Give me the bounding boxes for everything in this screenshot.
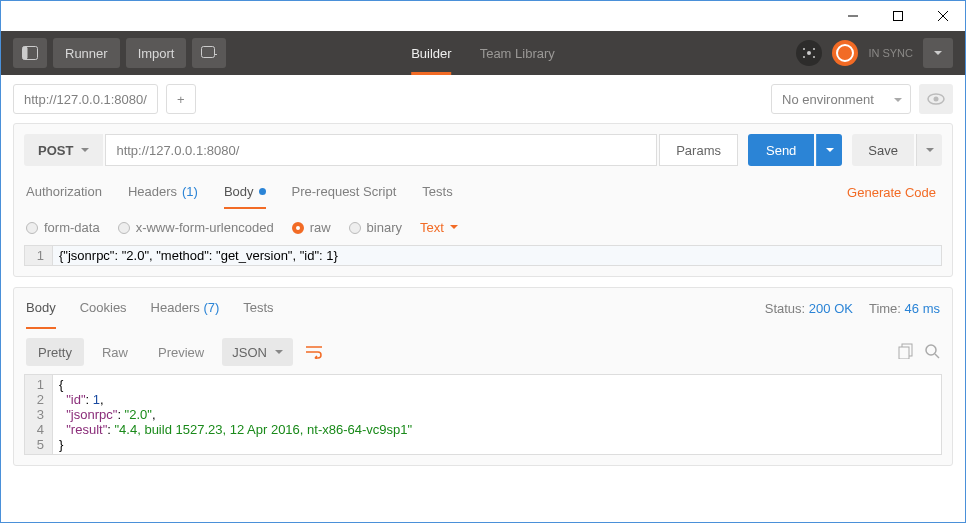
request-body-editor[interactable]: 1 {"jsonrpc": "2.0", "method": "get_vers…: [24, 245, 942, 266]
tab-bar: http://127.0.0.1:8080/ + No environment: [1, 75, 965, 123]
window-titlebar: [1, 1, 965, 31]
main-toolbar: Runner Import + Builder Team Library IN …: [1, 31, 965, 75]
response-line-gutter: 12345: [25, 375, 53, 454]
response-meta: Status: 200 OK Time: 46 ms: [765, 301, 940, 316]
request-panel: POST http://127.0.0.1:8080/ Params Send …: [13, 123, 953, 277]
svg-point-9: [803, 48, 805, 50]
copy-response-button[interactable]: [898, 343, 914, 362]
send-dropdown[interactable]: [816, 134, 842, 166]
request-body-code[interactable]: {"jsonrpc": "2.0", "method": "get_versio…: [53, 246, 941, 265]
save-button[interactable]: Save: [852, 134, 914, 166]
search-response-button[interactable]: [924, 343, 940, 362]
generate-code-link[interactable]: Generate Code: [843, 177, 940, 208]
url-input[interactable]: http://127.0.0.1:8080/: [105, 134, 657, 166]
new-tab-button[interactable]: +: [192, 38, 226, 68]
body-type-options: form-data x-www-form-urlencoded raw bina…: [14, 210, 952, 245]
method-select[interactable]: POST: [24, 134, 103, 166]
add-request-tab-button[interactable]: +: [166, 84, 196, 114]
params-button[interactable]: Params: [659, 134, 738, 166]
minimize-button[interactable]: [830, 1, 875, 31]
wrap-lines-button[interactable]: [299, 338, 329, 366]
svg-rect-1: [893, 12, 902, 21]
save-dropdown[interactable]: [916, 134, 942, 166]
environment-select[interactable]: No environment: [771, 84, 911, 114]
response-tests-tab[interactable]: Tests: [243, 288, 273, 329]
request-sub-tabs: Authorization Headers (1) Body Pre-reque…: [14, 176, 952, 210]
svg-point-11: [803, 56, 805, 58]
headers-tab[interactable]: Headers (1): [128, 176, 198, 209]
body-tab[interactable]: Body: [224, 176, 266, 209]
svg-text:+: +: [214, 47, 217, 60]
svg-point-14: [934, 97, 939, 102]
runner-button[interactable]: Runner: [53, 38, 120, 68]
svg-point-8: [807, 51, 811, 55]
sidebar-toggle-button[interactable]: [13, 38, 47, 68]
environment-preview-button[interactable]: [919, 84, 953, 114]
body-modified-dot-icon: [259, 188, 266, 195]
close-button[interactable]: [920, 1, 965, 31]
pretty-view-button[interactable]: Pretty: [26, 338, 84, 366]
user-avatar-icon[interactable]: [832, 40, 858, 66]
send-button[interactable]: Send: [748, 134, 814, 166]
raw-radio[interactable]: raw: [292, 220, 331, 235]
maximize-button[interactable]: [875, 1, 920, 31]
raw-view-button[interactable]: Raw: [90, 338, 140, 366]
response-panel: Body Cookies Headers (7) Tests Status: 2…: [13, 287, 953, 466]
form-data-radio[interactable]: form-data: [26, 220, 100, 235]
request-tab[interactable]: http://127.0.0.1:8080/: [13, 84, 158, 114]
prerequest-tab[interactable]: Pre-request Script: [292, 176, 397, 209]
x-www-form-urlencoded-radio[interactable]: x-www-form-urlencoded: [118, 220, 274, 235]
settings-dropdown[interactable]: [923, 38, 953, 68]
sync-status-label: IN SYNC: [868, 47, 913, 59]
svg-line-18: [935, 354, 939, 358]
preview-view-button[interactable]: Preview: [146, 338, 216, 366]
response-body-viewer[interactable]: 12345 { "id": 1, "jsonrpc": "2.0", "resu…: [24, 374, 942, 455]
format-select[interactable]: JSON: [222, 338, 293, 366]
import-button[interactable]: Import: [126, 38, 187, 68]
line-gutter: 1: [25, 246, 53, 265]
svg-rect-6: [202, 47, 215, 58]
sync-status-icon[interactable]: [796, 40, 822, 66]
builder-tab[interactable]: Builder: [411, 31, 451, 75]
svg-rect-16: [899, 347, 909, 359]
response-code: { "id": 1, "jsonrpc": "2.0", "result": "…: [53, 375, 941, 454]
body-content-type-select[interactable]: Text: [420, 220, 458, 235]
authorization-tab[interactable]: Authorization: [26, 176, 102, 209]
binary-radio[interactable]: binary: [349, 220, 402, 235]
svg-point-12: [813, 56, 815, 58]
response-cookies-tab[interactable]: Cookies: [80, 288, 127, 329]
response-body-tab[interactable]: Body: [26, 288, 56, 329]
svg-point-17: [926, 345, 936, 355]
response-headers-tab[interactable]: Headers (7): [151, 288, 220, 329]
svg-rect-5: [23, 47, 28, 60]
tests-tab[interactable]: Tests: [422, 176, 452, 209]
svg-point-10: [813, 48, 815, 50]
team-library-tab[interactable]: Team Library: [480, 31, 555, 75]
